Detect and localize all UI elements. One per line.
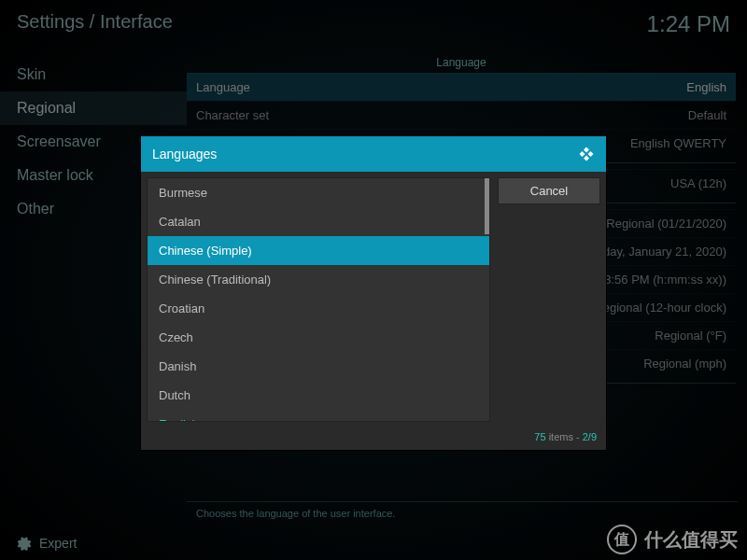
dialog-title: Languages [152, 147, 217, 161]
lang-item-dutch[interactable]: Dutch [148, 381, 489, 410]
page-indicator: 2/9 [583, 431, 597, 442]
item-count: 75 [534, 431, 545, 442]
cancel-button[interactable]: Cancel [498, 177, 600, 204]
lang-item-chinese-simple[interactable]: Chinese (Simple) [148, 236, 489, 265]
items-label: items - [546, 431, 583, 442]
lang-item-chinese-traditional[interactable]: Chinese (Traditional) [148, 265, 489, 294]
modal-overlay: Languages Burmese Catalan Chinese (Simpl… [0, 0, 747, 560]
lang-item-catalan[interactable]: Catalan [148, 207, 489, 236]
lang-item-danish[interactable]: Danish [148, 352, 489, 381]
dialog-title-bar: Languages [141, 136, 606, 172]
lang-item-croatian[interactable]: Croatian [148, 294, 489, 323]
language-list[interactable]: Burmese Catalan Chinese (Simple) Chinese… [147, 177, 490, 422]
dialog-footer: 75 items - 2/9 [141, 427, 606, 450]
kodi-logo-icon [578, 146, 595, 162]
lang-item-burmese[interactable]: Burmese [148, 178, 489, 207]
languages-dialog: Languages Burmese Catalan Chinese (Simpl… [140, 135, 607, 451]
lang-item-czech[interactable]: Czech [148, 323, 489, 352]
lang-item-english[interactable]: English [148, 410, 489, 422]
scrollbar-thumb[interactable] [485, 178, 489, 234]
dialog-sidebar: Cancel [498, 177, 600, 422]
dialog-body: Burmese Catalan Chinese (Simple) Chinese… [141, 172, 606, 427]
